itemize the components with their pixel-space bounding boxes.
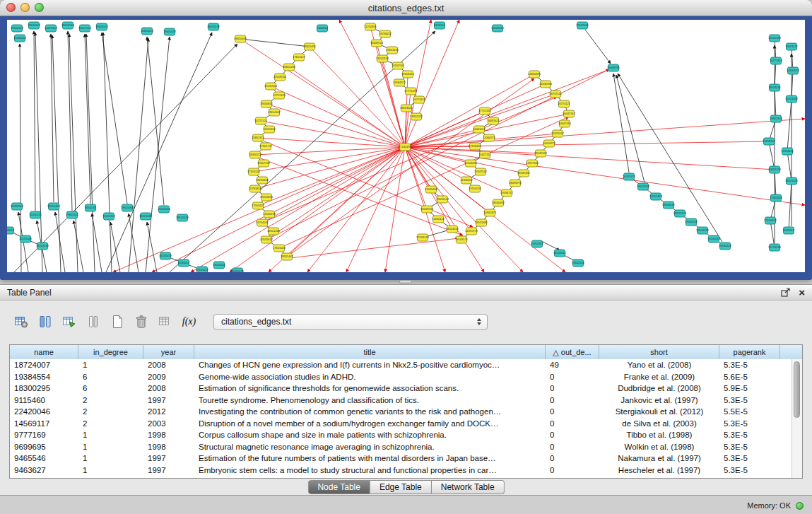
graph-node[interactable]: 18300214 xyxy=(249,151,262,158)
function-builder-button[interactable]: f(x) xyxy=(180,313,199,332)
graph-node[interactable]: 19601334 xyxy=(770,115,783,122)
table-row[interactable]: 946362711997Embryonic stem cells: a mode… xyxy=(10,465,802,477)
graph-node[interactable]: 16016272 xyxy=(543,140,556,147)
graph-node[interactable]: 15958123 xyxy=(763,138,776,145)
graph-node[interactable]: 17524124 xyxy=(416,234,430,241)
table-scrollbar[interactable] xyxy=(792,359,802,478)
graph-node[interactable]: 15413534 xyxy=(785,95,799,103)
graph-node[interactable]: 21122034 xyxy=(576,22,589,29)
graph-node[interactable]: 19055626 xyxy=(263,126,276,133)
graph-node[interactable]: 16461014 xyxy=(473,126,486,133)
graph-node[interactable]: 19594717 xyxy=(500,189,514,197)
graph-node[interactable]: 19062133 xyxy=(685,218,698,226)
graph-node[interactable]: 18510423 xyxy=(47,203,61,210)
column-header-name[interactable]: name xyxy=(10,345,78,359)
graph-node[interactable]: 11064273 xyxy=(483,134,495,141)
graph-node[interactable]: 14957583 xyxy=(526,160,539,167)
graph-node[interactable]: 9505133 xyxy=(85,204,96,211)
graph-node[interactable]: 16245013 xyxy=(159,252,172,259)
graph-node[interactable]: 14530934 xyxy=(539,81,553,88)
graph-node[interactable]: 19558321 xyxy=(401,71,415,78)
graph-node[interactable]: 18302022 xyxy=(410,113,423,120)
zoom-window-button[interactable] xyxy=(35,3,44,12)
delete-table-button[interactable] xyxy=(131,313,151,332)
graph-node[interactable]: 15060133 xyxy=(158,206,171,213)
graph-node[interactable]: 18531533 xyxy=(207,23,220,30)
graph-node[interactable]: 18203021 xyxy=(400,105,413,112)
graph-node[interactable]: 15510133 xyxy=(768,35,782,42)
graph-node[interactable]: 18503423 xyxy=(696,227,710,234)
graph-node[interactable]: 18521424 xyxy=(785,177,799,185)
network-canvas[interactable]: 1882045517603127186012432201853419122604… xyxy=(7,20,805,272)
graph-node[interactable]: 19630514 xyxy=(436,196,449,203)
graph-node[interactable]: 19584372 xyxy=(393,79,406,86)
graph-node[interactable]: 19607133 xyxy=(257,160,271,167)
graph-node[interactable]: 18601243 xyxy=(283,64,296,71)
column-header-year[interactable]: year xyxy=(143,345,194,359)
graph-node[interactable]: 19813135 xyxy=(386,47,399,54)
graph-node[interactable]: 18521464 xyxy=(267,228,281,235)
column-header-out_degree[interactable]: △ out_de... xyxy=(546,345,599,359)
graph-node[interactable]: 18549332 xyxy=(517,170,531,177)
graph-node[interactable]: 18530223 xyxy=(719,243,732,250)
table-row[interactable]: 1456911722003Disruption of a novel membe… xyxy=(10,418,802,430)
table-row[interactable]: 1872400712008Changes of HCN gene express… xyxy=(10,359,802,371)
graph-node[interactable]: 18531682 xyxy=(475,219,488,226)
graph-node[interactable]: 19448794 xyxy=(607,64,620,71)
graph-node[interactable]: 14417513 xyxy=(78,25,92,32)
network-view[interactable]: 1882045517603127186012432201853419122604… xyxy=(7,20,805,272)
graph-node[interactable]: 19604412 xyxy=(662,201,676,209)
graph-node[interactable]: 18820455 xyxy=(303,43,317,50)
table-row[interactable]: 977716911998Corpus callosum shape and si… xyxy=(10,429,802,441)
table-row[interactable]: 946554611997Estimation of the future num… xyxy=(10,452,802,465)
graph-node[interactable]: 18531447 xyxy=(281,253,294,260)
graph-node[interactable]: 18530124 xyxy=(28,22,41,29)
graph-node[interactable]: 20851311 xyxy=(252,134,264,141)
graph-node[interactable]: 19601064 xyxy=(121,204,134,211)
column-visibility-button[interactable] xyxy=(83,313,102,332)
tab-node-table[interactable]: Node Table xyxy=(307,480,370,494)
graph-node[interactable]: 14850833 xyxy=(528,71,541,78)
scrollbar-thumb[interactable] xyxy=(794,361,800,418)
graph-node[interactable]: 18820043 xyxy=(234,35,247,42)
graph-node[interactable]: 11254306 xyxy=(364,23,377,30)
create-table-button[interactable] xyxy=(107,313,126,332)
close-window-button[interactable] xyxy=(6,3,16,12)
graph-node[interactable]: 16047312 xyxy=(563,110,576,117)
graph-node[interactable]: 17305532 xyxy=(247,168,261,175)
network-table-selector[interactable]: citations_edges.txt xyxy=(213,314,488,330)
column-header-title[interactable]: title xyxy=(194,345,546,359)
graph-node[interactable]: 11345452 xyxy=(460,177,473,184)
graph-node[interactable]: 19601074 xyxy=(163,28,177,35)
close-panel-icon[interactable]: × xyxy=(799,287,805,298)
graph-node[interactable]: 20605013 xyxy=(141,28,154,35)
graph-node[interactable]: 16310133 xyxy=(36,243,49,250)
graph-node[interactable]: 14434534 xyxy=(787,67,800,74)
graph-node[interactable]: 19602134 xyxy=(572,259,585,267)
graph-node[interactable]: 14275121 xyxy=(254,117,268,124)
graph-node[interactable]: 18531043 xyxy=(213,262,226,269)
graph-node[interactable]: 12106432 xyxy=(469,143,482,150)
column-header-pagerank[interactable]: pagerank xyxy=(719,345,780,359)
graph-node[interactable]: 18522034 xyxy=(61,22,75,29)
graph-node[interactable]: 16791975 xyxy=(623,173,636,180)
panel-divider-handle[interactable] xyxy=(399,280,412,284)
graph-node[interactable]: 10475103 xyxy=(45,25,58,32)
graph-node[interactable]: 17717432 xyxy=(478,107,492,115)
graph-node[interactable]: 17503427 xyxy=(252,202,265,209)
graph-node[interactable]: 12751413 xyxy=(273,92,286,99)
table-row[interactable]: 969969511998Structural magnetic resonanc… xyxy=(10,441,802,453)
graph-node[interactable]: 22450123 xyxy=(231,268,245,272)
graph-node[interactable]: 19122604 xyxy=(264,83,278,90)
graph-node[interactable]: 15345453 xyxy=(425,186,438,193)
graph-node[interactable]: 13220134 xyxy=(376,55,389,62)
graph-node[interactable]: 17771473 xyxy=(404,88,418,95)
graph-node[interactable]: 16649514 xyxy=(370,40,384,47)
graph-node[interactable]: 18614507 xyxy=(268,109,281,116)
graph-node[interactable]: 16773412 xyxy=(413,96,426,103)
graph-node[interactable]: 18096975 xyxy=(509,180,522,187)
graph-node[interactable]: 18521034 xyxy=(637,183,650,190)
graph-node[interactable]: 18531114 xyxy=(768,84,781,91)
graph-node[interactable]: 11627114 xyxy=(478,151,491,158)
table-row[interactable]: 1938455462009Genome-wide association stu… xyxy=(10,371,802,383)
